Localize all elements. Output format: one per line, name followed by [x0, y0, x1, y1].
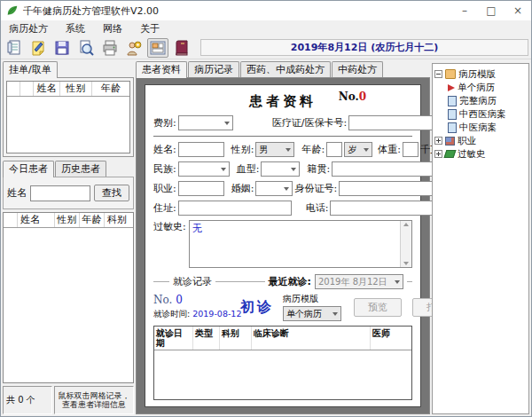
tab-history-patients[interactable]: 历史患者 — [55, 161, 106, 177]
blood-select[interactable] — [261, 161, 300, 177]
book-icon[interactable] — [171, 38, 192, 58]
pending-col-name[interactable]: 姓名 — [34, 82, 60, 96]
origin-label: 籍贯: — [307, 162, 330, 176]
tab-patient-info[interactable]: 患者资料 — [136, 61, 187, 78]
fee-select[interactable] — [178, 115, 233, 130]
gender-select[interactable]: 男 — [255, 142, 294, 157]
allergy-textarea[interactable]: 无 — [189, 220, 412, 268]
menubar: 病历处方 系统 网络 关于 — [1, 20, 531, 36]
document-icon — [448, 96, 457, 106]
name-label: 姓名: — [153, 143, 176, 156]
today-col-gender[interactable]: 性别 — [55, 213, 80, 227]
row-allergy: 过敏史: 无 — [153, 220, 412, 268]
red-arrow-icon — [448, 84, 455, 91]
row-fee-insurance: 费别: 医疗证/医保卡号: — [153, 115, 412, 130]
edit-note-icon[interactable] — [27, 38, 49, 58]
right-panel: 病历模版 单个病历 完整病历 中西医病案 — [432, 61, 529, 414]
form-no: No.0 — [339, 90, 366, 103]
new-document-icon[interactable] — [4, 38, 25, 58]
close-button[interactable]: × — [505, 1, 531, 20]
visit-group-title: 就诊记录 — [173, 275, 212, 288]
main-body: 挂单/取单 姓名 性别 年龄 今日患者 历史患者 — [1, 59, 531, 416]
template-select[interactable]: 单个病历 — [283, 306, 341, 321]
ethnic-select[interactable] — [178, 161, 230, 177]
visit-col-dept[interactable]: 科别 — [220, 327, 252, 350]
allergy-scrollbar[interactable] — [400, 221, 411, 267]
visit-info-block: No. 0 就诊时间: 2019-08-12 初诊 病历模版 单个病历 预览 打… — [153, 293, 412, 321]
today-grid-body[interactable] — [4, 228, 133, 382]
visit-col-type[interactable]: 类型 — [193, 327, 220, 350]
tree-item-complete-record[interactable]: 完整病历 — [434, 94, 527, 107]
tree-item-allergy-history[interactable]: 过敏史 — [434, 147, 527, 161]
pending-col-gender[interactable]: 性别 — [60, 82, 92, 96]
search-button[interactable]: 查找 — [94, 185, 129, 201]
scroll-up-icon[interactable] — [403, 223, 409, 226]
preview-button[interactable]: 预览 — [354, 298, 402, 317]
preview-icon[interactable] — [75, 38, 97, 58]
recent-visit-select[interactable]: 2019年 8月12日 — [315, 274, 403, 289]
today-col-age[interactable]: 年龄 — [80, 213, 105, 227]
save-icon[interactable] — [51, 38, 73, 58]
marriage-label: 婚姻: — [231, 182, 254, 195]
window-controls: – □ × — [451, 1, 531, 20]
pending-panel: 姓名 性别 年龄 — [3, 77, 134, 157]
pending-col-blank — [20, 82, 34, 96]
expand-icon[interactable] — [434, 137, 442, 145]
visit-col-date[interactable]: 就诊日期 — [154, 327, 193, 350]
pending-grid-body[interactable] — [7, 97, 129, 153]
tree-item-single-record[interactable]: 单个病历 — [434, 81, 527, 94]
tree-item-tcm-case[interactable]: 中医病案 — [434, 121, 527, 134]
menu-medical-prescription[interactable]: 病历处方 — [9, 22, 48, 35]
menu-about[interactable]: 关于 — [140, 22, 160, 35]
id-label: 身份证号: — [294, 182, 337, 195]
maximize-button[interactable]: □ — [478, 1, 505, 20]
weight-input[interactable] — [403, 142, 419, 157]
fee-label: 费别: — [153, 116, 176, 130]
today-grid-header: 姓名 性别 年龄 科别 — [4, 213, 133, 228]
tab-medical-records[interactable]: 病历记录 — [188, 61, 239, 77]
tree-item-template-root[interactable]: 病历模版 — [434, 67, 527, 81]
form-separator — [153, 136, 412, 137]
minimize-button[interactable]: – — [451, 1, 478, 20]
tab-today-patients[interactable]: 今日患者 — [3, 161, 54, 177]
pending-grid-header: 姓名 性别 年龄 — [7, 82, 129, 97]
marriage-select[interactable] — [255, 181, 293, 196]
address-label: 住址: — [153, 201, 176, 215]
search-name-label: 姓名 — [7, 186, 27, 200]
visit-col-diagnosis[interactable]: 临床诊断 — [252, 327, 371, 350]
scroll-down-icon[interactable] — [403, 262, 409, 265]
insurance-label: 医疗证/医保卡号: — [272, 116, 347, 130]
layout-panels-icon[interactable] — [147, 38, 168, 58]
tab-pending-orders[interactable]: 挂单/取单 — [3, 61, 58, 78]
menu-network[interactable]: 网络 — [103, 22, 122, 35]
grid-icon — [445, 137, 455, 146]
pending-col-age[interactable]: 年龄 — [92, 82, 129, 96]
job-input[interactable] — [178, 181, 224, 196]
folder-icon — [445, 69, 456, 79]
user-settings-icon[interactable] — [123, 38, 145, 58]
visit-col-doctor[interactable]: 医师 — [371, 327, 411, 350]
phone-label: 电话: — [306, 201, 329, 215]
age-unit-select[interactable]: 岁 — [344, 142, 372, 157]
today-col-dept[interactable]: 科别 — [105, 213, 133, 227]
tree-item-occupation[interactable]: 职业 — [434, 134, 527, 147]
tree-item-integrated-case[interactable]: 中西医病案 — [434, 107, 527, 121]
tab-western-prescription[interactable]: 西药、中成药处方 — [240, 61, 331, 77]
visit-group-header: 就诊记录 最近就诊: 2019年 8月12日 — [153, 274, 412, 289]
print-icon[interactable] — [99, 38, 121, 58]
visit-table-body[interactable] — [154, 350, 411, 399]
expand-icon[interactable] — [434, 150, 442, 158]
collapse-icon[interactable] — [434, 70, 442, 78]
tab-chinese-prescription[interactable]: 中药处方 — [332, 61, 383, 77]
address-input[interactable] — [178, 201, 292, 216]
search-name-input[interactable] — [30, 185, 90, 201]
menu-system[interactable]: 系统 — [66, 22, 85, 35]
age-input[interactable] — [326, 142, 342, 157]
window-title: 千年健病历处方管理软件V2.00 — [23, 4, 159, 18]
blood-label: 血型: — [237, 162, 260, 176]
allergy-value: 无 — [192, 223, 202, 234]
document-icon — [448, 122, 457, 133]
name-input[interactable] — [178, 142, 224, 157]
allergy-label: 过敏史: — [153, 220, 186, 233]
today-col-name[interactable]: 姓名 — [18, 213, 55, 227]
